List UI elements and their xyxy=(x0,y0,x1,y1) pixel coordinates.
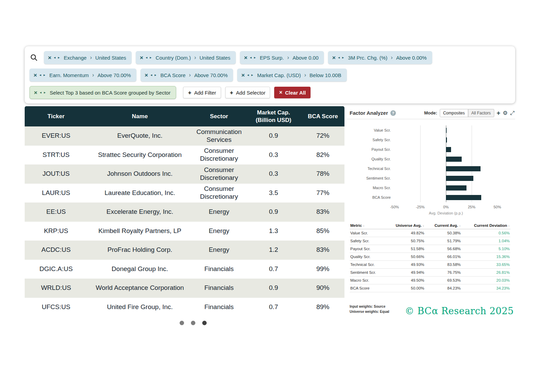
mode-all-factors-button[interactable]: All Factors xyxy=(468,109,494,117)
clear-all-button[interactable]: × Clear All xyxy=(274,87,311,98)
filter-chip[interactable]: ×◂▸Market Cap. (USD)›Below 10.00B xyxy=(237,69,347,82)
gear-icon[interactable]: ⚙ xyxy=(503,110,508,116)
pagination-dot[interactable] xyxy=(191,321,195,325)
filter-chip[interactable]: ×◂▸Earn. Momentum›Above 70.00% xyxy=(29,69,136,82)
metrics-cell-current-deviation: 0.56% xyxy=(461,229,510,237)
step-left-icon[interactable]: ◂ xyxy=(338,56,340,59)
step-left-icon[interactable]: ◂ xyxy=(39,73,41,77)
table-row[interactable]: LAUR:USLaureate Education, Inc.Consumer … xyxy=(25,184,344,203)
metrics-column-current-avg[interactable]: Current Avg.↕ xyxy=(425,222,461,229)
cell-bca-score: 90% xyxy=(301,279,344,298)
step-right-icon[interactable]: ▸ xyxy=(251,73,253,77)
step-right-icon[interactable]: ▸ xyxy=(254,56,256,59)
table-row[interactable]: WRLD:USWorld Acceptance CorporationFinan… xyxy=(25,279,344,298)
filter-chip[interactable]: ×◂▸BCA Score›Above 70.00% xyxy=(141,69,233,82)
column-header-name[interactable]: Name xyxy=(87,106,192,126)
chart-tick-label: 25% xyxy=(468,205,475,209)
step-right-icon[interactable]: ▸ xyxy=(44,91,46,94)
cell-sector: Energy xyxy=(192,222,246,241)
cell-name: Johnson Outdoors Inc. xyxy=(87,164,192,184)
step-left-icon[interactable]: ◂ xyxy=(247,73,249,77)
step-right-icon[interactable]: ▸ xyxy=(44,73,45,77)
filter-chips-row-2: ×◂▸Earn. Momentum›Above 70.00%×◂▸BCA Sco… xyxy=(29,69,510,82)
add-selector-button[interactable]: + Add Selector xyxy=(225,87,270,98)
chart-bar xyxy=(446,176,473,181)
chart-row: Value Scr. xyxy=(347,125,515,135)
step-left-icon[interactable]: ◂ xyxy=(54,56,56,59)
remove-filter-icon[interactable]: × xyxy=(145,72,148,78)
mode-composites-button[interactable]: Composites xyxy=(440,109,468,117)
column-header-ticker[interactable]: Ticker xyxy=(25,106,87,126)
step-right-icon[interactable]: ▸ xyxy=(58,56,60,59)
metrics-column-label: Metric xyxy=(350,223,362,228)
remove-filter-icon[interactable]: × xyxy=(48,55,51,61)
chart-bar xyxy=(446,147,451,152)
metrics-header-row: Metric↕Universe Avg.↕Current Avg.↕Curren… xyxy=(350,222,510,229)
metrics-column-universe-avg[interactable]: Universe Avg.↕ xyxy=(385,222,425,229)
metrics-cell-current-deviation: 5.10% xyxy=(461,245,510,253)
step-right-icon[interactable]: ▸ xyxy=(342,56,344,59)
step-left-icon[interactable]: ◂ xyxy=(150,73,152,77)
filter-chip[interactable]: ×◂▸Exchange›United States xyxy=(44,51,132,64)
selector-chip-label: Select Top 3 based on BCA Score grouped … xyxy=(50,90,170,96)
metrics-cell-current-avg: 50.38% xyxy=(425,229,461,237)
remove-filter-icon[interactable]: × xyxy=(34,72,37,78)
filter-chip[interactable]: ×◂▸Country (Dom.)›United States xyxy=(136,51,236,64)
remove-selector-icon[interactable]: × xyxy=(34,90,37,96)
remove-filter-icon[interactable]: × xyxy=(140,55,143,61)
add-filter-button[interactable]: + Add Filter xyxy=(183,87,221,98)
table-row[interactable]: JOUT:USJohnson Outdoors Inc.Consumer Dis… xyxy=(25,164,344,184)
metrics-row: Payout Scr.51.58%56.68%5.10% xyxy=(350,245,510,253)
weights-footnotes: Input weights: Source Universe weights: … xyxy=(350,304,389,314)
sort-icon: ↕ xyxy=(459,224,461,228)
remove-filter-icon[interactable]: × xyxy=(332,55,336,61)
chart-row: Payout Scr. xyxy=(347,145,515,154)
chart-category-label: Payout Scr. xyxy=(347,147,391,151)
pagination xyxy=(180,321,207,325)
step-right-icon[interactable]: ▸ xyxy=(150,56,151,59)
help-icon[interactable]: ? xyxy=(390,110,396,116)
add-selector-label: Add Selector xyxy=(236,90,266,96)
add-icon[interactable]: + xyxy=(497,110,500,116)
table-row[interactable]: ACDC:USProFrac Holding Corp.Energy1.283% xyxy=(25,241,344,260)
table-row[interactable]: EE:USExcelerate Energy, Inc.Energy0.983% xyxy=(25,203,344,222)
cell-sector: Financials xyxy=(192,279,246,298)
chart-bar xyxy=(446,157,462,162)
filter-chip[interactable]: ×◂▸EPS Surp.›Above 0.00 xyxy=(240,51,324,64)
expand-icon[interactable]: ⤢ xyxy=(510,110,514,116)
step-left-icon[interactable]: ◂ xyxy=(250,56,252,59)
cell-sector: Financials xyxy=(192,298,246,317)
metrics-column-current-deviation[interactable]: Current Deviation↕ xyxy=(461,222,510,229)
table-row[interactable]: DGIC.A:USDonegal Group Inc.Financials0.7… xyxy=(25,260,344,279)
table-row[interactable]: STRT:USStrattec Security CorporationCons… xyxy=(25,146,344,165)
chart-bar xyxy=(446,166,481,171)
filter-chip[interactable]: ×◂▸3M Prc. Chg. (%)›Above 0.00% xyxy=(328,51,432,64)
chart-row: Macro Scr. xyxy=(347,183,515,193)
search-icon[interactable] xyxy=(29,53,38,62)
remove-filter-icon[interactable]: × xyxy=(241,72,245,78)
table-row[interactable]: KRP:USKimbell Royalty Partners, LPEnergy… xyxy=(25,222,344,241)
metrics-cell-metric: Safety Scr. xyxy=(350,237,385,245)
chart-row: Safety Scr. xyxy=(347,135,515,145)
step-left-icon[interactable]: ◂ xyxy=(146,56,147,59)
metrics-cell-current-avg: 69.53% xyxy=(425,277,461,284)
column-header-sector[interactable]: Sector xyxy=(192,106,246,126)
selector-chip[interactable]: × ◂ ▸ Select Top 3 based on BCA Score gr… xyxy=(29,86,176,99)
filter-field-label: EPS Surp. xyxy=(260,55,284,61)
pagination-dot[interactable] xyxy=(202,321,207,325)
filter-field-label: 3M Prc. Chg. (%) xyxy=(348,55,387,61)
cell-bca-score: 83% xyxy=(301,241,344,260)
table-row[interactable]: EVER:USEverQuote, Inc.Communication Serv… xyxy=(25,126,344,146)
pagination-dot[interactable] xyxy=(180,321,184,325)
step-right-icon[interactable]: ▸ xyxy=(155,73,156,77)
column-header-bca-score[interactable]: BCA Score xyxy=(301,106,344,126)
step-left-icon[interactable]: ◂ xyxy=(40,91,41,94)
column-header-market-cap[interactable]: Market Cap. (Billion USD) xyxy=(246,106,301,126)
metrics-cell-metric: Sentiment Scr. xyxy=(350,269,385,277)
remove-filter-icon[interactable]: × xyxy=(244,55,247,61)
cell-sector: Consumer Discretionary xyxy=(192,146,246,165)
cell-ticker: KRP:US xyxy=(25,222,87,241)
metrics-column-metric[interactable]: Metric↕ xyxy=(350,222,385,229)
table-row[interactable]: UFCS:USUnited Fire Group, Inc.Financials… xyxy=(25,298,344,317)
close-icon: × xyxy=(279,90,282,95)
